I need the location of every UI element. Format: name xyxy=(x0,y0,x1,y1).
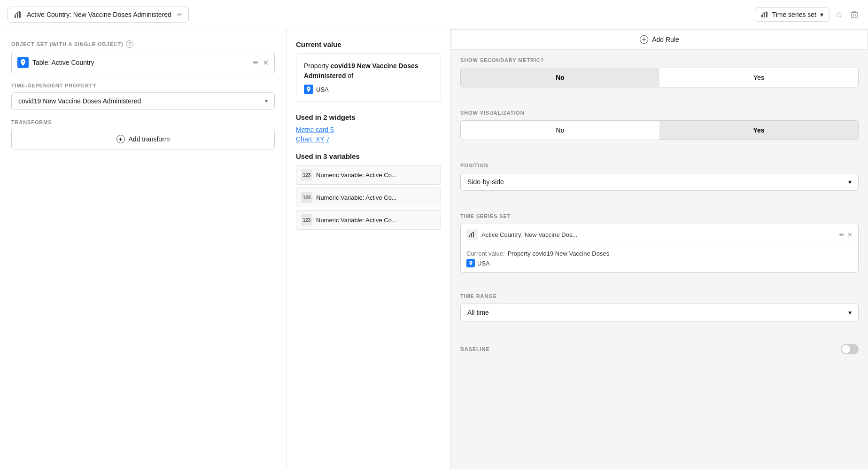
object-set-actions: ✏ ✕ xyxy=(253,58,269,67)
top-bar-left: Active Country: New Vaccine Doses Admini… xyxy=(8,7,749,23)
transforms-label: TRANSFORMS xyxy=(11,119,275,125)
left-panel: OBJECT SET (WITH A SINGLE OBJECT) ? Tabl… xyxy=(0,29,287,469)
top-bar-center: Time series set ▾ ☆ xyxy=(755,8,860,22)
viz-no-option[interactable]: No xyxy=(461,121,659,140)
list-item: 123 Numeric Variable: Active Co... xyxy=(296,188,441,207)
add-rule-button[interactable]: + Add Rule xyxy=(451,29,868,50)
position-arrow: ▾ xyxy=(848,178,852,186)
remove-object-icon[interactable]: ✕ xyxy=(263,58,269,67)
svg-rect-5 xyxy=(766,12,767,17)
svg-rect-1 xyxy=(17,13,18,18)
var-icon-0: 123 xyxy=(301,169,312,180)
right-panel: + Add Rule SHOW SECONDARY METRIC? No Yes… xyxy=(451,29,868,469)
show-secondary-section: SHOW SECONDARY METRIC? No Yes xyxy=(451,50,868,102)
viz-yes-option[interactable]: Yes xyxy=(659,121,858,140)
favorite-button[interactable]: ☆ xyxy=(833,8,845,22)
tss-name: Active Country: New Vaccine Dos... xyxy=(481,231,836,238)
location-pin-icon xyxy=(304,85,313,94)
show-secondary-label: SHOW SECONDARY METRIC? xyxy=(460,57,859,63)
add-transform-button[interactable]: + Add transform xyxy=(11,129,275,149)
add-rule-plus: + xyxy=(640,35,648,44)
top-bar: Active Country: New Vaccine Doses Admini… xyxy=(0,0,868,29)
show-viz-label: SHOW VISUALIZATION xyxy=(460,110,859,116)
delete-button[interactable] xyxy=(848,8,860,21)
help-icon[interactable]: ? xyxy=(126,40,133,48)
secondary-metric-toggle: No Yes xyxy=(460,68,859,87)
widget-links-list: Metric card 5 Chart: XY 7 xyxy=(296,126,441,143)
current-value-card: Property covid19 New Vaccine Doses Admin… xyxy=(296,53,441,102)
time-range-arrow: ▾ xyxy=(848,309,852,316)
baseline-label: BASELINE xyxy=(460,346,490,352)
tss-edit-icon[interactable]: ✏ xyxy=(839,231,845,238)
secondary-yes-option[interactable]: Yes xyxy=(659,68,858,87)
time-series-set-section: TIME SERIES SET Active Country: New Vacc… xyxy=(451,206,868,286)
used-in-vars-section: Used in 3 variables 123 Numeric Variable… xyxy=(296,152,441,230)
svg-rect-9 xyxy=(473,232,474,237)
visualization-toggle: No Yes xyxy=(460,120,859,140)
tss-location-pin xyxy=(466,259,475,267)
tss-location-name: USA xyxy=(477,260,490,267)
time-dep-dropdown[interactable]: covid19 New Vaccine Doses Administered ▾ xyxy=(11,92,275,110)
edit-title-icon[interactable]: ✏ xyxy=(177,11,183,18)
secondary-no-option[interactable]: No xyxy=(461,68,659,87)
tss-section-label: TIME SERIES SET xyxy=(460,213,859,219)
widget-link-0[interactable]: Metric card 5 xyxy=(296,126,441,133)
svg-rect-2 xyxy=(19,12,21,18)
svg-rect-4 xyxy=(764,13,765,17)
tss-chart-icon xyxy=(466,229,478,240)
edit-object-icon[interactable]: ✏ xyxy=(253,59,259,66)
object-set-name: Table: Active Country xyxy=(32,59,249,66)
tss-header: Active Country: New Vaccine Dos... ✏ ✕ xyxy=(461,224,858,245)
time-range-section: TIME RANGE All time ▾ xyxy=(451,286,868,336)
var-name-2: Numeric Variable: Active Co... xyxy=(316,217,397,224)
var-name-0: Numeric Variable: Active Co... xyxy=(316,172,397,179)
type-dropdown-arrow: ▾ xyxy=(820,11,823,18)
object-set-row: Table: Active Country ✏ ✕ xyxy=(11,52,275,73)
baseline-toggle[interactable] xyxy=(841,344,859,354)
object-location-icon xyxy=(17,57,29,68)
var-icon-2: 123 xyxy=(301,214,312,226)
middle-panel: Current value Property covid19 New Vacci… xyxy=(287,29,451,469)
list-item: 123 Numeric Variable: Active Co... xyxy=(296,210,441,230)
time-range-dropdown[interactable]: All time ▾ xyxy=(460,304,859,321)
page-title: Active Country: New Vaccine Doses Admini… xyxy=(27,11,171,18)
position-dropdown[interactable]: Side-by-side ▾ xyxy=(460,173,859,191)
type-dropdown[interactable]: Time series set ▾ xyxy=(755,8,829,22)
type-label: Time series set xyxy=(772,11,816,18)
tss-card: Active Country: New Vaccine Dos... ✏ ✕ C… xyxy=(460,224,859,273)
var-icon-1: 123 xyxy=(301,192,312,203)
tss-property-text: Property covid19 New Vaccine Doses xyxy=(508,250,610,257)
location-name: USA xyxy=(316,86,329,93)
title-badge[interactable]: Active Country: New Vaccine Doses Admini… xyxy=(8,7,189,23)
widget-link-1[interactable]: Chart: XY 7 xyxy=(296,135,441,143)
time-range-value: All time xyxy=(467,309,489,316)
object-set-label: OBJECT SET (WITH A SINGLE OBJECT) ? xyxy=(11,40,275,48)
tss-current-label: Current value: xyxy=(466,250,505,257)
position-value: Side-by-side xyxy=(467,178,504,186)
svg-rect-7 xyxy=(469,235,470,237)
location-row: USA xyxy=(304,85,433,94)
plus-circle-icon: + xyxy=(116,135,125,143)
tss-actions: ✏ ✕ xyxy=(839,231,852,238)
position-label: POSITION xyxy=(460,163,859,168)
chart-icon xyxy=(14,10,23,19)
main-content: OBJECT SET (WITH A SINGLE OBJECT) ? Tabl… xyxy=(0,29,868,469)
baseline-section: BASELINE xyxy=(451,336,868,362)
tss-body-row: Current value: Property covid19 New Vacc… xyxy=(466,250,852,257)
used-in-vars-title: Used in 3 variables xyxy=(296,152,441,160)
time-dep-label: TIME-DEPENDENT PROPERTY xyxy=(11,83,275,88)
var-name-1: Numeric Variable: Active Co... xyxy=(316,194,397,201)
tss-location-row: USA xyxy=(466,259,852,267)
position-section: POSITION Side-by-side ▾ xyxy=(451,155,868,206)
show-visualization-section: SHOW VISUALIZATION No Yes xyxy=(451,102,868,155)
used-in-widgets-title: Used in 2 widgets xyxy=(296,113,441,121)
list-item: 123 Numeric Variable: Active Co... xyxy=(296,165,441,185)
property-text: Property covid19 New Vaccine Doses Admin… xyxy=(304,61,433,81)
tss-body: Current value: Property covid19 New Vacc… xyxy=(461,245,858,272)
svg-rect-3 xyxy=(761,15,763,17)
svg-rect-8 xyxy=(471,234,472,237)
tss-remove-icon[interactable]: ✕ xyxy=(847,231,852,238)
svg-rect-0 xyxy=(15,15,16,18)
time-dep-arrow: ▾ xyxy=(265,98,268,104)
time-range-label: TIME RANGE xyxy=(460,293,859,299)
